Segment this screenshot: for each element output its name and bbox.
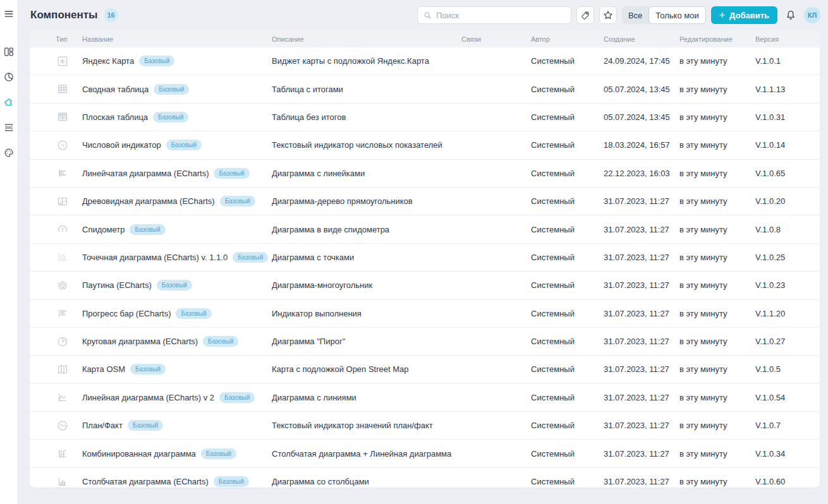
component-created: 31.07.2023, 11:27 (604, 225, 679, 234)
component-author: Системный (531, 364, 604, 374)
component-version: V.1.0.7 (755, 421, 820, 430)
component-author: Системный (531, 393, 604, 402)
notifications-button[interactable] (782, 7, 799, 23)
svg-icon[interactable]: SVG (3, 122, 15, 133)
base-badge: Базовый (214, 168, 249, 179)
add-component-button[interactable]: + Добавить (711, 6, 777, 24)
search-icon (423, 11, 432, 20)
component-description: Диаграмма "Пирог" (272, 337, 461, 346)
svg-text:16: 16 (61, 143, 65, 147)
table-row[interactable]: Прогресс бар (ECharts) Базовый Индикатор… (30, 300, 820, 328)
table-row[interactable]: Сводная таблица Базовый Таблица с итогам… (30, 75, 820, 103)
filter-only-mine-segment[interactable]: Только мои (648, 6, 705, 24)
component-description: Диаграмма с точками (272, 253, 461, 262)
component-version: V.1.0.8 (755, 225, 820, 234)
component-edited: в эту минуту (679, 112, 755, 122)
component-created: 31.07.2023, 11:27 (604, 253, 679, 262)
component-author: Системный (531, 85, 604, 94)
column-header-author: Автор (531, 35, 604, 43)
component-edited: в эту минуту (679, 421, 755, 430)
flat-table-icon (56, 111, 69, 123)
component-author: Системный (531, 280, 604, 290)
search-input[interactable] (436, 11, 566, 20)
component-author: Системный (531, 225, 604, 234)
table-row[interactable]: Плоская таблица Базовый Таблица без итог… (30, 104, 820, 131)
component-created: 31.07.2023, 11:27 (604, 196, 679, 206)
component-author: Системный (531, 253, 604, 262)
component-author: Системный (531, 196, 604, 206)
palette-icon[interactable] (3, 147, 15, 159)
pie-chart-icon[interactable] (3, 71, 15, 83)
svg-text:75%: 75% (59, 424, 66, 428)
table-row[interactable]: Столбчатая диаграмма (ECharts) Базовый Д… (30, 468, 820, 488)
table-row[interactable]: Линейчатая диаграмма (ECharts) Базовый Д… (30, 160, 820, 188)
puzzle-icon[interactable] (3, 97, 15, 108)
base-badge: Базовый (128, 420, 163, 431)
table-row[interactable]: Паутина (ECharts) Базовый Диаграмма-мног… (30, 272, 820, 299)
pie-chart-icon (56, 335, 69, 348)
table-row[interactable]: 16 Числовой индикатор Базовый Текстовый … (30, 131, 820, 159)
component-name: Паутина (ECharts) (82, 280, 152, 290)
tags-filter-button[interactable] (576, 6, 594, 24)
component-version: V.1.0.54 (755, 393, 820, 402)
table-row[interactable]: Круговая диаграмма (ECharts) Базовый Диа… (30, 328, 820, 356)
user-avatar[interactable]: КЛ (804, 7, 820, 23)
component-created: 05.07.2024, 13:45 (604, 85, 679, 94)
component-created: 31.07.2023, 11:27 (604, 309, 679, 318)
component-edited: в эту минуту (679, 393, 755, 402)
column-header-type: Тип (30, 35, 82, 43)
table-row[interactable]: Древовидная диаграмма (ECharts) Базовый … (30, 188, 820, 215)
treemap-icon (56, 195, 69, 208)
line-chart-icon (56, 391, 69, 404)
gauge-icon (56, 223, 69, 236)
component-created: 22.12.2023, 16:03 (604, 169, 679, 178)
component-created: 05.07.2024, 13:45 (604, 112, 679, 122)
column-header-description: Описание (272, 35, 461, 43)
component-edited: в эту минуту (679, 337, 755, 346)
search-box[interactable] (417, 6, 571, 24)
component-author: Системный (531, 169, 604, 178)
dashboard-icon[interactable] (3, 46, 15, 57)
component-created: 31.07.2023, 11:27 (604, 393, 679, 402)
component-version: V.1.0.25 (755, 253, 820, 262)
bar-vertical-icon (56, 476, 69, 488)
yandex-map-icon (56, 55, 69, 68)
component-version: V.1.0.1 (755, 56, 820, 66)
table-row[interactable]: Спидометр Базовый Диаграмма в виде спидо… (30, 215, 820, 243)
component-version: V.1.0.31 (755, 112, 820, 122)
table-row[interactable]: Комбинированная диаграмма Базовый Столбч… (30, 440, 820, 467)
topbar: Компоненты 16 Все Только мои + (19, 0, 828, 30)
component-description: Карта с подложкой Open Street Map (272, 364, 461, 374)
table-row[interactable]: Линейная диаграмма (ECharts) v 2 Базовый… (30, 384, 820, 412)
filter-all-segment[interactable]: Все (622, 6, 648, 24)
table-row[interactable]: Точечная диаграмма (ECharts) v. 1.1.0 Ба… (30, 244, 820, 272)
bar-horizontal-icon (56, 167, 69, 179)
numeric-indicator-icon: 16 (56, 139, 69, 152)
table-row[interactable]: Карта OSM Базовый Карта с подложкой Open… (30, 356, 820, 383)
component-name: Яндекс Карта (82, 56, 134, 66)
base-badge: Базовый (130, 364, 166, 375)
component-name: Карта OSM (82, 364, 125, 374)
column-header-version: Версия (755, 35, 820, 43)
table-row[interactable]: 75% План/Факт Базовый Текстовый индикато… (30, 412, 820, 440)
component-version: V.1.1.20 (755, 309, 820, 318)
component-created: 24.09.2024, 17:45 (604, 56, 679, 66)
table-row[interactable]: Яндекс Карта Базовый Виджет карты с подл… (30, 47, 820, 75)
component-description: Диаграмма в виде спидометра (272, 225, 461, 234)
add-button-label: Добавить (729, 11, 769, 20)
menu-toggle-button[interactable] (3, 8, 15, 20)
base-badge: Базовый (220, 196, 255, 207)
component-author: Системный (531, 309, 604, 318)
component-version: V.1.1.13 (755, 85, 820, 94)
component-author: Системный (531, 421, 604, 430)
components-count-badge: 16 (104, 8, 118, 22)
component-description: Таблица с итогами (272, 85, 461, 94)
component-created: 31.07.2023, 11:27 (604, 337, 679, 346)
component-version: V.1.0.27 (755, 337, 820, 346)
component-description: Столбчатая диаграмма + Линейная диаграмм… (272, 449, 461, 459)
sidebar-nav: SVG (3, 46, 15, 159)
component-name: Линейчатая диаграмма (ECharts) (82, 169, 209, 178)
favorites-filter-button[interactable] (599, 6, 617, 24)
radar-icon (56, 279, 69, 292)
table-body: Яндекс Карта Базовый Виджет карты с подл… (30, 47, 820, 488)
